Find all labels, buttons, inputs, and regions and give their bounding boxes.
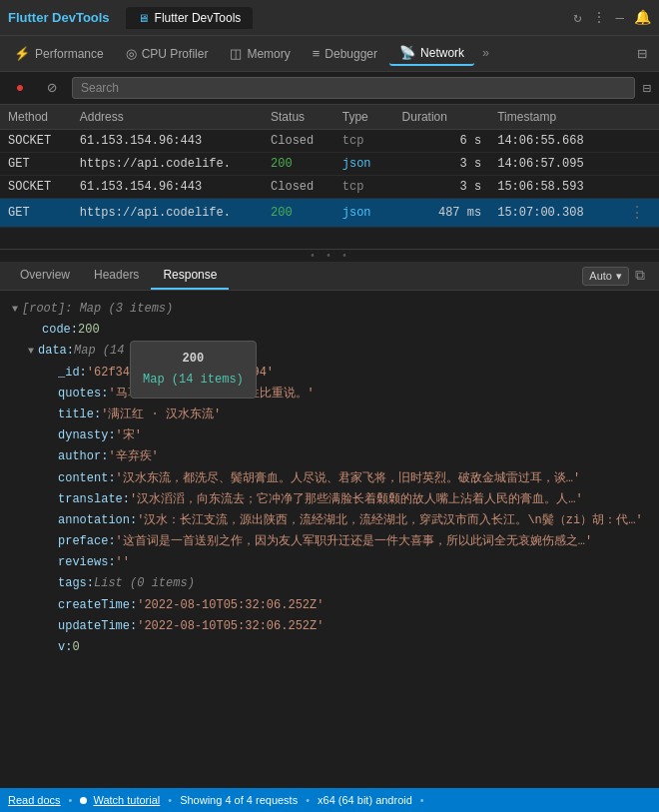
tree-key: createTime: <box>58 596 137 615</box>
tree-key: tags: <box>58 574 94 593</box>
bell-icon[interactable]: 🔔 <box>634 9 651 26</box>
app-title: Flutter DevTools <box>8 10 110 25</box>
cell-status: Closed <box>263 130 334 153</box>
value-str: '汉水：长江支流，源出陕西，流经湖北，流经湖北，穿武汉市而入长江。\n鬓（zi）… <box>137 511 642 530</box>
value-str: '满江红 · 汉水东流' <box>101 406 221 424</box>
read-docs-anchor[interactable]: Read docs <box>8 794 61 806</box>
cell-type: json <box>334 199 394 228</box>
cell-status: 200 <box>263 153 334 176</box>
top-bar-actions: ↻ ⋮ — 🔔 <box>573 9 651 26</box>
more-tabs-button[interactable]: » <box>476 43 495 65</box>
copy-button[interactable]: ⧉ <box>629 266 651 286</box>
platform-info: x64 (64 bit) android <box>318 794 412 806</box>
requests-table: Method Address Status Type Duration Time… <box>0 105 659 228</box>
status-dot <box>80 797 87 804</box>
cell-method: SOCKET <box>0 130 72 153</box>
expand-icon[interactable]: ▼ <box>28 344 34 360</box>
tab-memory[interactable]: ◫ Memory <box>220 42 300 65</box>
tab-overview[interactable]: Overview <box>8 262 82 290</box>
cell-duration: 3 s <box>394 176 490 199</box>
cell-status: Closed <box>263 176 334 199</box>
col-type-header: Type <box>334 105 394 130</box>
tree-key: _id: <box>58 364 87 383</box>
debugger-icon: ≡ <box>313 46 321 61</box>
tree-item: title: '满江红 · 汉水东流' <box>12 405 647 425</box>
filter-button[interactable]: ⊟ <box>643 80 651 97</box>
clear-icon: ⊘ <box>47 78 57 98</box>
table-row[interactable]: GET https://api.codelife. 200 json 3 s 1… <box>0 153 659 176</box>
col-more-header <box>621 105 659 130</box>
tree-key: updateTime: <box>58 617 137 636</box>
format-select[interactable]: Auto ▾ <box>582 267 629 286</box>
tree-item: v: 0 <box>12 637 647 658</box>
tab-debugger-label: Debugger <box>325 47 377 61</box>
col-method-header: Method <box>0 105 72 130</box>
col-status-header: Status <box>263 105 334 130</box>
format-label: Auto <box>589 270 612 282</box>
table-row[interactable]: SOCKET 61.153.154.96:443 Closed tcp 6 s … <box>0 130 659 153</box>
cell-address: 61.153.154.96:443 <box>72 176 263 199</box>
tab-cpu-label: CPU Profiler <box>142 47 209 61</box>
cell-more <box>621 176 659 199</box>
col-timestamp-header: Timestamp <box>489 105 621 130</box>
cell-method: GET <box>0 153 72 176</box>
read-docs-link[interactable]: Read docs <box>8 794 61 806</box>
tree-item: preface: '这首词是一首送别之作，因为友人军职升迁还是一件大喜事，所以此… <box>12 531 647 552</box>
record-button[interactable]: ● <box>8 76 32 100</box>
tab-debugger[interactable]: ≡ Debugger <box>303 42 387 65</box>
more-icon[interactable]: ⋮ <box>592 9 606 26</box>
value-str: '汉水东流，都洗尽、鬓胡膏血。人尽说、君家飞将，旧时英烈。破敌金城雷过耳，谈…' <box>116 469 581 488</box>
tree-item: reviews: '' <box>12 552 647 573</box>
value-str: '' <box>116 553 130 572</box>
value-str: '2022-08-10T05:32:06.252Z' <box>137 617 324 636</box>
active-window-tab[interactable]: 🖥 Flutter DevTools <box>126 7 254 29</box>
cell-address: 61.153.154.96:443 <box>72 130 263 153</box>
cell-duration: 6 s <box>394 130 490 153</box>
right-panel-button[interactable]: ⊟ <box>629 40 655 68</box>
watch-tutorial-anchor[interactable]: Watch tutorial <box>93 794 160 806</box>
cell-address: https://api.codelife. <box>72 199 263 228</box>
more-options-button[interactable]: ⋮ <box>629 205 645 223</box>
search-input[interactable] <box>72 77 635 99</box>
tree-item: dynasty: '宋' <box>12 425 647 446</box>
cell-method: SOCKET <box>0 176 72 199</box>
cell-status: 200 <box>263 199 334 228</box>
toolbar: ● ⊘ ⊟ <box>0 72 659 105</box>
response-content: 200 Map (14 items) ▼ [root]: Map (3 item… <box>0 291 659 788</box>
table-row[interactable]: SOCKET 61.153.154.96:443 Closed tcp 3 s … <box>0 176 659 199</box>
tab-headers[interactable]: Headers <box>82 262 151 290</box>
tree-key: code: <box>42 321 78 340</box>
tree-root: ▼ [root]: Map (3 items) <box>12 299 647 320</box>
value-str: '这首词是一首送别之作，因为友人军职升迁还是一件大喜事，所以此词全无哀婉伤感之…… <box>116 532 593 551</box>
cell-timestamp: 14:06:55.668 <box>489 130 621 153</box>
tab-network[interactable]: 📡 Network <box>389 41 474 66</box>
network-icon: 📡 <box>399 45 415 60</box>
watch-tutorial-link[interactable]: Watch tutorial <box>93 794 160 806</box>
value-meta: Map (14 items) <box>74 342 175 361</box>
tree-key: preface: <box>58 532 116 551</box>
col-duration-header: Duration <box>394 105 490 130</box>
panel-divider[interactable]: • • • <box>0 250 659 262</box>
table-row[interactable]: GET https://api.codelife. 200 json 487 m… <box>0 199 659 228</box>
tab-response[interactable]: Response <box>151 262 229 290</box>
value-str: '62f342d60e0da8d928165294' <box>87 364 274 383</box>
expand-root-icon[interactable]: ▼ <box>12 302 18 318</box>
refresh-icon[interactable]: ↻ <box>573 9 581 26</box>
tab-icon: 🖥 <box>138 12 149 24</box>
tree-item: translate: '汉水滔滔，向东流去；它冲净了那些满脸长着颡颡的故人嘴上沾… <box>12 489 647 510</box>
clear-button[interactable]: ⊘ <box>40 76 64 100</box>
tree-key: data: <box>38 342 74 361</box>
tree-item: ▼data: Map (14 items) <box>12 341 647 362</box>
tab-cpu-profiler[interactable]: ◎ CPU Profiler <box>116 42 219 65</box>
value-str: '宋' <box>116 426 142 445</box>
record-icon: ● <box>16 80 24 96</box>
table-header-row: Method Address Status Type Duration Time… <box>0 105 659 130</box>
minimize-icon[interactable]: — <box>616 10 624 26</box>
tree-item: _id: '62f342d60e0da8d928165294' <box>12 363 647 384</box>
detail-panel: Overview Headers Response Auto ▾ ⧉ 200 M… <box>0 262 659 788</box>
cell-type: tcp <box>334 130 394 153</box>
tree-key: translate: <box>58 490 130 509</box>
tree-key: author: <box>58 447 108 466</box>
tab-performance[interactable]: ⚡ Performance <box>4 42 114 65</box>
tree-item: author: '辛弃疾' <box>12 446 647 467</box>
